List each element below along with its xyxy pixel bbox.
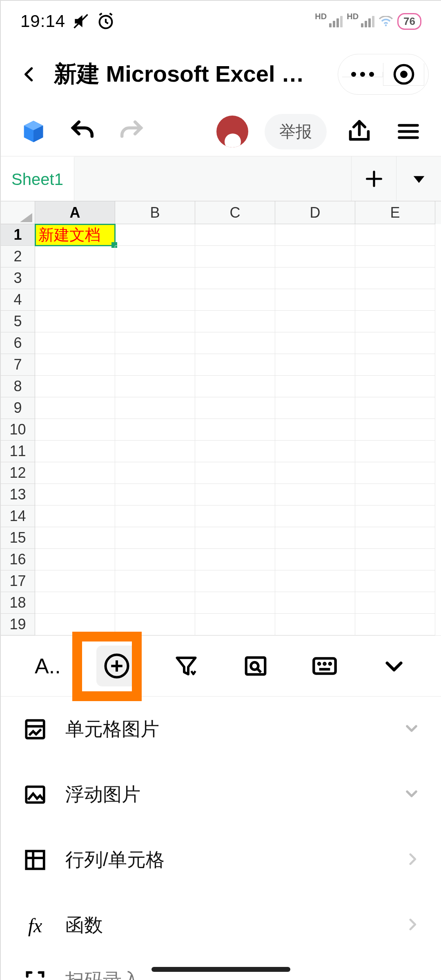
cell-E5[interactable] (355, 311, 435, 332)
cell-C15[interactable] (195, 527, 275, 549)
cell-D11[interactable] (275, 441, 355, 462)
cell-A17[interactable] (35, 570, 115, 592)
cell-D14[interactable] (275, 506, 355, 527)
cell-A3[interactable] (35, 267, 115, 289)
keyboard-button[interactable] (304, 646, 345, 686)
col-header-E[interactable]: E (355, 201, 435, 224)
cell-D19[interactable] (275, 614, 355, 635)
cell-C10[interactable] (195, 419, 275, 441)
row-header-13[interactable]: 13 (1, 484, 35, 506)
cell-B16[interactable] (115, 549, 195, 570)
cell-B7[interactable] (115, 354, 195, 376)
cell-E9[interactable] (355, 397, 435, 419)
cell-E12[interactable] (355, 462, 435, 484)
cell-C11[interactable] (195, 441, 275, 462)
row-header-19[interactable]: 19 (1, 614, 35, 635)
report-button[interactable]: 举报 (265, 114, 327, 149)
row-header-16[interactable]: 16 (1, 549, 35, 570)
cell-D18[interactable] (275, 592, 355, 614)
cell-C8[interactable] (195, 376, 275, 397)
cell-B11[interactable] (115, 441, 195, 462)
cell-A15[interactable] (35, 527, 115, 549)
cell-B5[interactable] (115, 311, 195, 332)
cell-A6[interactable] (35, 332, 115, 354)
cell-E4[interactable] (355, 289, 435, 311)
cell-A19[interactable] (35, 614, 115, 635)
document-title[interactable]: 新建 Microsoft Excel 工作… (54, 59, 325, 90)
cell-A10[interactable] (35, 419, 115, 441)
row-header-3[interactable]: 3 (1, 267, 35, 289)
cell-D4[interactable] (275, 289, 355, 311)
select-all-corner[interactable] (1, 201, 35, 224)
cell-E17[interactable] (355, 570, 435, 592)
cell-B17[interactable] (115, 570, 195, 592)
cell-B4[interactable] (115, 289, 195, 311)
cell-B3[interactable] (115, 267, 195, 289)
user-avatar[interactable] (216, 116, 248, 147)
cell-C2[interactable] (195, 246, 275, 267)
cell-B18[interactable] (115, 592, 195, 614)
row-header-6[interactable]: 6 (1, 332, 35, 354)
col-header-C[interactable]: C (195, 201, 275, 224)
row-header-15[interactable]: 15 (1, 527, 35, 549)
cell-B10[interactable] (115, 419, 195, 441)
cell-E19[interactable] (355, 614, 435, 635)
cell-A7[interactable] (35, 354, 115, 376)
cell-D1[interactable] (275, 224, 355, 246)
cell-A1[interactable]: 新建文档 (35, 224, 115, 246)
col-header-A[interactable]: A (35, 201, 115, 224)
cell-D12[interactable] (275, 462, 355, 484)
cell-E6[interactable] (355, 332, 435, 354)
cell-C7[interactable] (195, 354, 275, 376)
cell-D13[interactable] (275, 484, 355, 506)
cell-E3[interactable] (355, 267, 435, 289)
cell-E16[interactable] (355, 549, 435, 570)
cell-E11[interactable] (355, 441, 435, 462)
cell-E1[interactable] (355, 224, 435, 246)
cell-A12[interactable] (35, 462, 115, 484)
insert-rows-cols[interactable]: 行列/单元格 (1, 827, 441, 893)
cell-D5[interactable] (275, 311, 355, 332)
row-header-1[interactable]: 1 (1, 224, 35, 246)
add-sheet-button[interactable] (351, 156, 396, 201)
cell-B12[interactable] (115, 462, 195, 484)
row-header-8[interactable]: 8 (1, 376, 35, 397)
close-button[interactable] (383, 63, 424, 86)
view-button[interactable] (235, 646, 276, 686)
share-button[interactable] (343, 115, 376, 148)
menu-button[interactable] (392, 115, 425, 148)
row-header-5[interactable]: 5 (1, 311, 35, 332)
cell-D2[interactable] (275, 246, 355, 267)
cell-C16[interactable] (195, 549, 275, 570)
cell-D8[interactable] (275, 376, 355, 397)
more-button[interactable] (342, 72, 383, 77)
row-header-7[interactable]: 7 (1, 354, 35, 376)
cell-B1[interactable] (115, 224, 195, 246)
row-header-4[interactable]: 4 (1, 289, 35, 311)
cell-D3[interactable] (275, 267, 355, 289)
row-header-10[interactable]: 10 (1, 419, 35, 441)
cell-C17[interactable] (195, 570, 275, 592)
cell-C18[interactable] (195, 592, 275, 614)
cell-E15[interactable] (355, 527, 435, 549)
cell-E13[interactable] (355, 484, 435, 506)
cell-B15[interactable] (115, 527, 195, 549)
row-header-2[interactable]: 2 (1, 246, 35, 267)
cell-B6[interactable] (115, 332, 195, 354)
cell-A11[interactable] (35, 441, 115, 462)
cell-D17[interactable] (275, 570, 355, 592)
cell-A5[interactable] (35, 311, 115, 332)
cell-D9[interactable] (275, 397, 355, 419)
filter-button[interactable] (166, 646, 207, 686)
row-header-17[interactable]: 17 (1, 570, 35, 592)
cell-E18[interactable] (355, 592, 435, 614)
cell-E14[interactable] (355, 506, 435, 527)
cell-C14[interactable] (195, 506, 275, 527)
cell-B9[interactable] (115, 397, 195, 419)
cell-A2[interactable] (35, 246, 115, 267)
cell-D7[interactable] (275, 354, 355, 376)
cell-D10[interactable] (275, 419, 355, 441)
cell-B14[interactable] (115, 506, 195, 527)
cell-E2[interactable] (355, 246, 435, 267)
cell-C12[interactable] (195, 462, 275, 484)
